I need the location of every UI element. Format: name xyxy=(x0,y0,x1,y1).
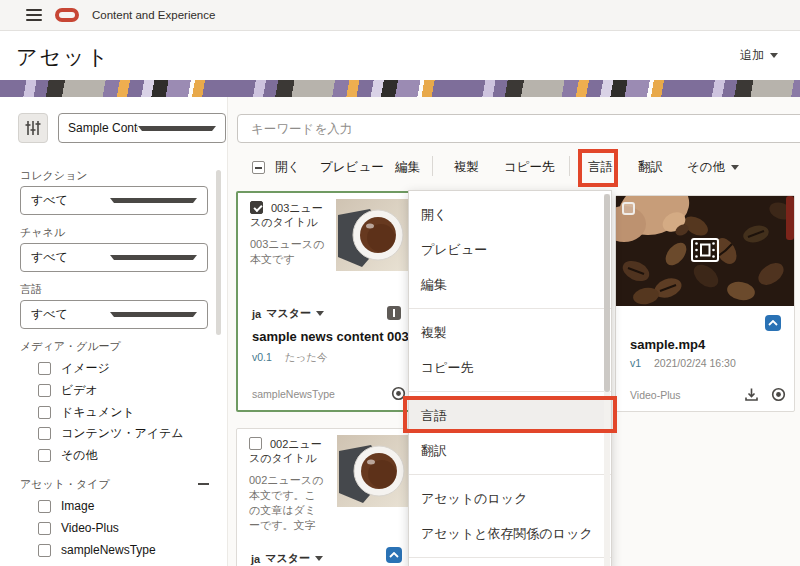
toolbar-preview[interactable]: プレビュー xyxy=(320,159,384,176)
chevron-down-icon xyxy=(138,126,216,131)
asset-card-news002[interactable]: 002ニュースのタイトル 002ニュースの本文です。この文章はダミーです。文字の… xyxy=(236,428,416,566)
coffee-cup-thumbnail xyxy=(336,199,408,271)
decorative-banner xyxy=(0,80,800,97)
language-variant-selector[interactable]: ja マスター xyxy=(251,551,323,566)
publish-status-badge xyxy=(386,547,402,563)
chevron-down-icon xyxy=(316,311,324,316)
checkbox-label: sampleNewsType xyxy=(61,543,156,557)
hamburger-menu-icon[interactable] xyxy=(26,9,42,21)
preview-eye-icon[interactable] xyxy=(771,387,786,402)
toolbar-more[interactable]: その他 xyxy=(687,159,739,176)
search-input[interactable] xyxy=(237,114,800,143)
variant-label: マスター xyxy=(265,551,310,566)
collection-filter-value: すべて xyxy=(31,192,110,209)
download-icon[interactable] xyxy=(744,387,759,402)
menu-item-copy-to[interactable]: コピー先 xyxy=(409,350,611,385)
variant-label: マスター xyxy=(266,306,311,321)
menu-item-lock-assets[interactable]: アセットのロック xyxy=(409,481,611,516)
card-footer: Video-Plus xyxy=(630,387,786,402)
collection-filter-select[interactable]: すべて xyxy=(20,186,208,215)
toolbar-duplicate[interactable]: 複製 xyxy=(454,159,479,176)
select-all-checkbox[interactable] xyxy=(252,161,265,174)
checkbox[interactable] xyxy=(38,384,51,397)
card-checkbox[interactable] xyxy=(622,202,635,215)
checkbox-row-other-jp: その他 xyxy=(38,447,98,464)
publish-status-badge xyxy=(765,315,781,331)
language-variant-selector[interactable]: ja マスター xyxy=(252,306,324,321)
toolbar-divider xyxy=(569,156,570,176)
toolbar-edit[interactable]: 編集 xyxy=(395,159,420,176)
menu-item-translate[interactable]: 翻訳 xyxy=(409,433,611,468)
menu-item-preview[interactable]: プレビュー xyxy=(409,232,611,267)
app-title: Content and Experience xyxy=(92,9,215,21)
asset-name: sample news content 003 xyxy=(252,329,409,344)
page-title: アセット xyxy=(16,43,110,71)
repository-select[interactable]: Sample Content Repo... xyxy=(58,113,226,143)
channel-filter-label: チャネル xyxy=(20,225,65,240)
asset-card-news003[interactable]: 003ニュースのタイトル 003ニュースの本文です ja マスター sample… xyxy=(236,191,416,412)
top-bar: Content and Experience xyxy=(0,0,800,31)
collapse-minus-icon[interactable] xyxy=(198,483,209,485)
checkbox-row-image-type: Image xyxy=(38,499,94,513)
toolbar-more-label: その他 xyxy=(687,159,725,176)
oracle-logo-icon xyxy=(55,8,79,22)
add-button[interactable]: 追加 xyxy=(740,47,778,64)
filter-toggle-button[interactable] xyxy=(18,113,48,143)
menu-scrollbar[interactable] xyxy=(604,194,610,392)
toolbar-divider xyxy=(432,156,433,176)
version-label[interactable]: v1 xyxy=(630,357,641,369)
card-checkbox-checked[interactable] xyxy=(250,201,263,214)
checkbox[interactable] xyxy=(38,522,51,535)
lang-code: ja xyxy=(252,308,261,320)
channel-filter-select[interactable]: すべて xyxy=(20,243,208,272)
asset-name: sample.mp4 xyxy=(630,337,705,352)
lang-code: ja xyxy=(251,553,260,565)
checkbox-label: Video-Plus xyxy=(61,521,119,535)
asset-grid-area: 開く プレビュー 編集 複製 コピー先 言語 翻訳 その他 xyxy=(228,97,800,566)
coffee-cup-thumbnail xyxy=(337,435,409,507)
asset-type-label: アセット・タイプ xyxy=(20,477,110,492)
modified-time: 2021/02/24 16:30 xyxy=(654,357,736,369)
chevron-down-icon xyxy=(315,556,323,561)
preview-eye-icon[interactable] xyxy=(391,386,406,401)
video-film-icon xyxy=(691,238,719,262)
chevron-down-icon xyxy=(731,165,739,170)
menu-item-open[interactable]: 開く xyxy=(409,197,611,232)
checkbox[interactable] xyxy=(38,406,51,419)
language-filter-select[interactable]: すべて xyxy=(20,300,208,329)
menu-separator xyxy=(409,557,611,558)
menu-item-language[interactable]: 言語 xyxy=(409,398,611,433)
menu-item-duplicate[interactable]: 複製 xyxy=(409,315,611,350)
toolbar-language[interactable]: 言語 xyxy=(588,159,613,176)
checkbox-row-content-item-jp: コンテンツ・アイテム xyxy=(38,425,184,442)
translation-badge-icon xyxy=(387,306,401,320)
card-checkbox[interactable] xyxy=(249,437,262,450)
app-window: Content and Experience アセット 追加 Sample Co… xyxy=(0,0,800,566)
checkbox[interactable] xyxy=(38,500,51,513)
checkbox-row-video-plus-type: Video-Plus xyxy=(38,521,119,535)
asset-card-video[interactable]: sample.mp4 v1 2021/02/24 16:30 Video-Plu… xyxy=(615,195,795,412)
toolbar-translate[interactable]: 翻訳 xyxy=(638,159,663,176)
checkbox-row-video-jp: ビデオ xyxy=(38,382,98,399)
version-row: v1 2021/02/24 16:30 xyxy=(630,357,736,369)
toolbar-open[interactable]: 開く xyxy=(275,159,300,176)
checkbox[interactable] xyxy=(38,544,51,557)
menu-item-edit[interactable]: 編集 xyxy=(409,267,611,302)
checkbox[interactable] xyxy=(38,449,51,462)
menu-item-lock-assets-deps[interactable]: アセットと依存関係のロック xyxy=(409,516,611,551)
version-row: v0.1 たった今 xyxy=(252,351,328,365)
page-header: アセット 追加 xyxy=(0,31,800,80)
chevron-down-icon xyxy=(110,198,197,203)
checkbox-label: ドキュメント xyxy=(61,404,135,421)
checkbox-label: ビデオ xyxy=(61,382,98,399)
channel-filter-value: すべて xyxy=(31,249,110,266)
checkbox[interactable] xyxy=(38,362,51,375)
card-footer: sampleNewsType xyxy=(252,386,406,401)
checkbox-row-sample-news-type: sampleNewsType xyxy=(38,543,156,557)
language-filter-label: 言語 xyxy=(20,282,42,297)
sidebar-scrollbar[interactable] xyxy=(216,170,221,335)
checkbox[interactable] xyxy=(38,427,51,440)
repository-select-value: Sample Content Repo... xyxy=(68,121,138,135)
toolbar-copy-to[interactable]: コピー先 xyxy=(504,159,555,176)
version-label[interactable]: v0.1 xyxy=(252,351,272,363)
